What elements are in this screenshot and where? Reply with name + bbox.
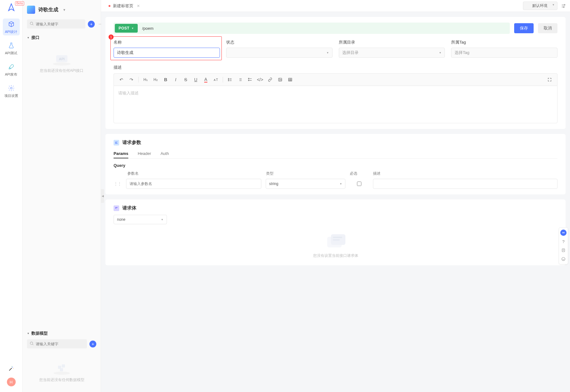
- desc-label: 描述: [114, 65, 557, 70]
- rail-project-settings[interactable]: 项目设置: [3, 82, 20, 99]
- svg-point-9: [54, 372, 70, 375]
- search-models[interactable]: [27, 339, 87, 348]
- bold-icon[interactable]: B: [161, 76, 170, 84]
- subtab-auth[interactable]: Auth: [161, 149, 169, 158]
- tag-select[interactable]: 选择Tag: [451, 48, 557, 58]
- help-icon[interactable]: ?: [560, 238, 567, 245]
- env-settings-icon[interactable]: [560, 3, 567, 9]
- params-section-icon: [114, 140, 119, 146]
- font-color-icon[interactable]: A: [201, 76, 210, 84]
- ol-icon[interactable]: [236, 76, 244, 84]
- step-badge: 1: [109, 34, 114, 40]
- subtab-params[interactable]: Params: [114, 149, 128, 158]
- param-row: ⋮⋮ string ▼: [114, 179, 557, 189]
- dir-select[interactable]: 选择目录 ▼: [339, 48, 445, 58]
- cancel-button[interactable]: 取消: [538, 23, 557, 33]
- empty-models: 您当前还没有任何数据模型: [23, 352, 101, 392]
- code-icon[interactable]: </>: [256, 76, 264, 84]
- drag-handle-icon[interactable]: ⋮⋮: [114, 182, 122, 186]
- col-desc: 描述: [373, 171, 556, 176]
- search-models-input[interactable]: [36, 342, 84, 346]
- rail-api-publish[interactable]: API发布: [3, 61, 20, 78]
- param-type-select[interactable]: string ▼: [266, 179, 346, 189]
- dir-label: 所属目录: [339, 40, 445, 45]
- rail-api-design[interactable]: API设计: [3, 19, 20, 35]
- rail-label: API发布: [5, 72, 18, 77]
- svg-point-8: [30, 342, 33, 344]
- svg-point-17: [228, 81, 229, 81]
- sidebar-section-interfaces[interactable]: ▼ 接口: [27, 33, 96, 42]
- svg-rect-19: [248, 80, 249, 81]
- env-select[interactable]: 默认环境 ▼: [523, 2, 557, 10]
- svg-rect-26: [333, 239, 340, 241]
- add-model-button[interactable]: +: [89, 341, 96, 347]
- search-icon: [29, 341, 34, 347]
- ul-icon[interactable]: [226, 76, 234, 84]
- project-icon: [27, 6, 35, 14]
- svg-point-5: [53, 62, 71, 66]
- empty-illustration-icon: [48, 358, 76, 377]
- save-button[interactable]: 保存: [514, 23, 534, 33]
- unsaved-dot-icon: [109, 5, 110, 7]
- col-type: 类型: [266, 171, 345, 176]
- subtab-header[interactable]: Header: [138, 149, 151, 158]
- path-input[interactable]: [142, 26, 507, 31]
- status-select[interactable]: ▼: [226, 48, 333, 58]
- notes-icon[interactable]: [560, 247, 567, 253]
- undo-icon[interactable]: ↶: [117, 76, 126, 84]
- sidebar-section-models[interactable]: ▼ 数据模型: [27, 329, 96, 338]
- search-interfaces[interactable]: [27, 19, 85, 29]
- project-name: 诗歌生成: [38, 7, 58, 13]
- project-header[interactable]: 诗歌生成 ▼: [23, 0, 101, 19]
- tab-new[interactable]: 新建标签页 ✕: [104, 0, 145, 12]
- svg-point-13: [564, 4, 565, 5]
- table-icon[interactable]: [286, 76, 295, 84]
- desc-editor[interactable]: 请输入描述: [114, 86, 557, 123]
- underline-icon[interactable]: U: [191, 76, 200, 84]
- rocket-icon: [7, 63, 15, 71]
- col-name: 参数名: [127, 171, 262, 176]
- smile-icon[interactable]: [560, 256, 567, 262]
- search-input[interactable]: [36, 22, 83, 26]
- add-interface-button[interactable]: +: [88, 21, 95, 28]
- rail-label: API测试: [5, 51, 18, 56]
- svg-rect-29: [562, 249, 565, 252]
- name-label: 名称: [114, 40, 220, 45]
- heading2-icon[interactable]: H₂: [151, 76, 160, 84]
- param-desc-input[interactable]: [373, 179, 557, 189]
- image-icon[interactable]: [276, 76, 285, 84]
- name-input[interactable]: [114, 48, 220, 58]
- search-icon: [29, 21, 34, 27]
- font-size-icon[interactable]: ᴀT: [211, 76, 220, 84]
- section-title: 请求参数: [122, 140, 141, 146]
- query-label: Query: [114, 163, 557, 168]
- cube-icon: [7, 20, 15, 28]
- close-icon[interactable]: ✕: [136, 3, 141, 8]
- param-required-checkbox[interactable]: [357, 182, 361, 186]
- body-type-select[interactable]: none ▼: [114, 215, 167, 224]
- heading1-icon[interactable]: H₁: [141, 76, 150, 84]
- checklist-icon[interactable]: [246, 76, 254, 84]
- editor-toolbar: ↶ ↷ H₁ H₂ B I S U A ᴀT: [114, 73, 557, 86]
- method-select[interactable]: POST ▼: [115, 24, 138, 33]
- assistant-icon[interactable]: [560, 230, 567, 236]
- empty-interfaces: API 您当前还没有任何API接口: [27, 42, 96, 80]
- collapse-sidebar-handle[interactable]: ◀: [101, 189, 104, 203]
- body-section-icon: [114, 205, 119, 211]
- app-logo[interactable]: Beta: [7, 3, 15, 12]
- magic-wand-icon[interactable]: [8, 365, 14, 373]
- chevron-down-icon: ▼: [27, 332, 29, 335]
- flask-icon: [7, 41, 15, 50]
- italic-icon[interactable]: I: [171, 76, 180, 84]
- param-name-input[interactable]: [126, 179, 261, 189]
- svg-point-3: [11, 366, 12, 367]
- strikethrough-icon[interactable]: S: [181, 76, 190, 84]
- avatar[interactable]: H: [7, 378, 16, 386]
- rail-api-test[interactable]: API测试: [3, 40, 20, 57]
- link-icon[interactable]: [266, 76, 274, 84]
- help-dock: ?: [559, 227, 568, 264]
- svg-point-27: [562, 232, 563, 233]
- svg-rect-18: [248, 78, 249, 79]
- fullscreen-icon[interactable]: [545, 76, 554, 84]
- redo-icon[interactable]: ↷: [127, 76, 136, 84]
